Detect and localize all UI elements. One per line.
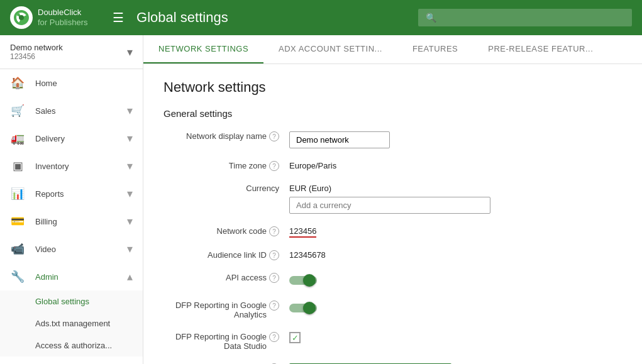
toggle-thumb [303,302,316,314]
sidebar-item-sales[interactable]: 🛒 Sales ▾ [0,97,143,124]
sidebar-item-reports[interactable]: 📊 Reports ▾ [0,180,143,207]
settings-table: Network display name ? Time zone ? Europ… [163,129,622,364]
tabs-bar: NETWORK SETTINGS ADX ACCOUNT SETTIN... F… [143,35,642,64]
chevron-down-icon: ▾ [127,214,133,228]
add-currency-input[interactable] [289,197,490,214]
header-title: Global settings [136,9,228,25]
sidebar-subitem-access[interactable]: Access & authoriza... [0,334,143,356]
sidebar-label-inventory: Inventory [35,162,127,171]
billing-icon: 💳 [10,214,25,229]
admin-icon: 🔧 [10,269,25,284]
admin-submenu: Global settings Ads.txt management Acces… [0,290,143,356]
dfp-analytics-toggle[interactable] [289,301,622,316]
video-icon: 📹 [10,241,25,256]
tab-adx-account[interactable]: ADX ACCOUNT SETTIN... [263,35,397,63]
network-display-name-input[interactable] [289,131,390,148]
sidebar-item-delivery[interactable]: 🚛 Delivery ▾ [0,124,143,152]
reports-icon: 📊 [10,186,25,201]
page-title: Network settings [163,79,622,96]
chevron-up-icon: ▴ [127,270,133,284]
chevron-down-icon: ▾ [127,45,133,59]
svg-point-1 [19,15,24,20]
tab-pre-release[interactable]: PRE-RELEASE FEATUR... [473,35,608,63]
row-currency: Currency EUR (Euro) [163,181,622,214]
network-display-name-label: Network display name [186,131,267,141]
time-zone-value: Europe/Paris [289,161,336,170]
time-zone-label: Time zone [229,161,267,170]
dfp-analytics-label: DFP Reporting in Google Analytics [163,301,267,319]
help-icon[interactable]: ? [269,301,279,311]
section-title: General settings [163,108,622,119]
delivery-icon: 🚛 [10,131,25,146]
home-icon: 🏠 [10,75,25,91]
sidebar-item-video[interactable]: 📹 Video ▾ [0,235,143,263]
sidebar-label-reports: Reports [35,189,127,199]
currency-label: Currency [246,184,279,193]
sidebar-label-home: Home [35,79,133,88]
header-menu-icon[interactable]: ☰ [113,11,124,25]
row-dfp-analytics: DFP Reporting in Google Analytics ? [163,298,622,319]
sidebar-label-delivery: Delivery [35,134,127,143]
search-input[interactable] [418,9,632,26]
dfp-data-studio-label: DFP Reporting in Google Data Studio [163,332,267,351]
chevron-down-icon: ▾ [127,131,133,145]
content-area: NETWORK SETTINGS ADX ACCOUNT SETTIN... F… [143,35,642,364]
row-audience-link-id: Audience link ID ? 12345678 [163,248,622,260]
row-network-code: Network code ? 123456 [163,224,622,238]
sidebar-label-billing: Billing [35,217,127,226]
dfp-data-studio-checkbox[interactable]: ✓ [289,332,301,343]
network-code-label: Network code [217,226,267,236]
help-icon[interactable]: ? [269,273,279,283]
sidebar-item-inventory[interactable]: ▣ Inventory ▾ [0,152,143,180]
row-service-account: Service account user ? ADD A SERVICE ACC… [163,361,622,364]
logo [10,6,33,29]
row-api-access: API access ? [163,270,622,288]
top-header: DoubleClick for Publishers ☰ Global sett… [0,0,642,35]
sidebar-label-admin: Admin [35,272,127,282]
help-icon[interactable]: ? [269,161,279,171]
sidebar-subitem-ads-txt[interactable]: Ads.txt management [0,312,143,334]
sidebar-label-video: Video [35,245,127,254]
network-name: Demo network [10,43,63,52]
row-network-display-name: Network display name ? [163,129,622,148]
inventory-icon: ▣ [10,158,25,174]
audience-link-id-label: Audience link ID [208,250,267,260]
help-icon[interactable]: ? [269,250,279,260]
tab-network-settings[interactable]: NETWORK SETTINGS [143,35,263,63]
help-icon[interactable]: ? [269,332,279,342]
logo-area: DoubleClick for Publishers [10,6,87,29]
page-content: Network settings General settings Networ… [143,64,642,364]
row-dfp-data-studio: DFP Reporting in Google Data Studio ? ✓ [163,329,622,351]
help-icon[interactable]: ? [269,131,279,141]
brand-name: DoubleClick for Publishers [38,8,87,27]
network-id: 123456 [10,52,63,61]
help-icon[interactable]: ? [269,226,279,236]
toggle-thumb [303,274,316,287]
sidebar: Demo network 123456 ▾ 🏠 Home 🛒 Sales ▾ 🚛… [0,35,143,364]
currency-value: EUR (Euro) [289,184,622,193]
sidebar-label-sales: Sales [35,106,127,116]
api-access-label: API access [226,273,267,282]
sidebar-item-admin[interactable]: 🔧 Admin ▴ [0,263,143,290]
chevron-down-icon: ▾ [127,159,133,173]
sidebar-subitem-global-settings[interactable]: Global settings [0,290,143,312]
chevron-down-icon: ▾ [127,242,133,256]
row-time-zone: Time zone ? Europe/Paris [163,158,622,171]
network-selector[interactable]: Demo network 123456 ▾ [0,35,143,69]
audience-link-id-value: 12345678 [289,250,326,260]
chevron-down-icon: ▾ [127,187,133,201]
tab-features[interactable]: FEATURES [397,35,473,63]
sidebar-item-home[interactable]: 🏠 Home [0,69,143,97]
network-code-value: 123456 [289,226,316,238]
sidebar-item-billing[interactable]: 💳 Billing ▾ [0,207,143,235]
main-layout: Demo network 123456 ▾ 🏠 Home 🛒 Sales ▾ 🚛… [0,35,642,364]
api-access-toggle[interactable] [289,273,622,288]
chevron-down-icon: ▾ [127,104,133,118]
sales-icon: 🛒 [10,103,25,118]
